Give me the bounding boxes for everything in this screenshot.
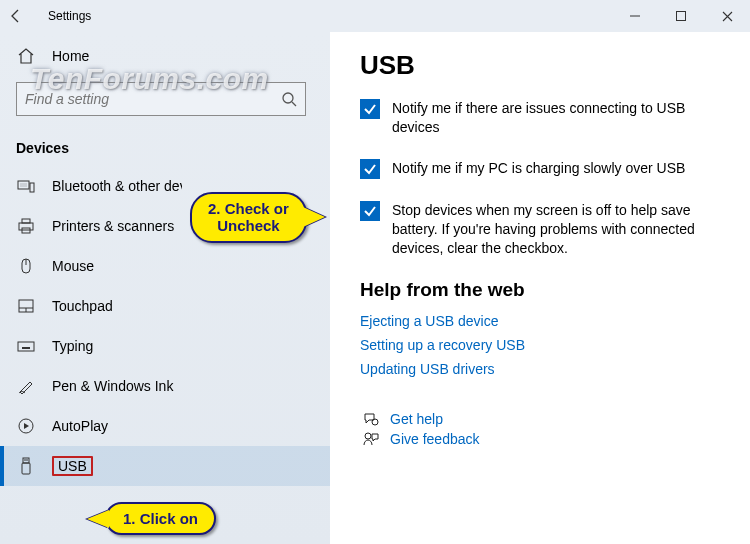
- svg-rect-22: [23, 458, 29, 463]
- checkbox-label: Stop devices when my screen is off to he…: [392, 201, 720, 258]
- sidebar-item-typing[interactable]: Typing: [0, 326, 330, 366]
- svg-rect-8: [22, 219, 30, 223]
- sidebar-item-pen[interactable]: Pen & Windows Ink: [0, 366, 330, 406]
- autoplay-icon: [16, 416, 36, 436]
- maximize-button[interactable]: [658, 0, 704, 32]
- help-link-drivers[interactable]: Updating USB drivers: [360, 361, 720, 377]
- svg-point-2: [283, 93, 293, 103]
- sidebar-item-autoplay[interactable]: AutoPlay: [0, 406, 330, 446]
- svg-point-27: [365, 433, 371, 439]
- feedback-icon: [360, 431, 382, 447]
- sidebar-item-touchpad[interactable]: Touchpad: [0, 286, 330, 326]
- search-icon: [281, 91, 297, 107]
- mouse-icon: [16, 256, 36, 276]
- home-icon: [16, 46, 36, 66]
- checkbox-stop-devices[interactable]: [360, 201, 380, 221]
- svg-point-26: [372, 419, 378, 425]
- minimize-button[interactable]: [612, 0, 658, 32]
- checkbox-label: Notify me if there are issues connecting…: [392, 99, 720, 137]
- setting-row-notify-issues: Notify me if there are issues connecting…: [360, 99, 720, 137]
- bluetooth-devices-icon: [16, 176, 36, 196]
- back-button[interactable]: [0, 0, 32, 32]
- get-help-label: Get help: [390, 411, 443, 427]
- svg-rect-7: [19, 223, 33, 230]
- get-help-link[interactable]: Get help: [360, 411, 720, 427]
- sidebar-item-label: Pen & Windows Ink: [52, 378, 173, 394]
- search-box[interactable]: [16, 82, 306, 116]
- search-input[interactable]: [25, 91, 281, 107]
- sidebar: Home Devices Bluetooth & other devices: [0, 32, 330, 544]
- sidebar-item-label: Printers & scanners: [52, 218, 174, 234]
- svg-rect-5: [20, 183, 27, 187]
- sidebar-item-label: AutoPlay: [52, 418, 108, 434]
- svg-rect-6: [30, 183, 34, 192]
- setting-row-stop-devices: Stop devices when my screen is off to he…: [360, 201, 720, 258]
- main-content: USB Notify me if there are issues connec…: [330, 32, 750, 544]
- printer-icon: [16, 216, 36, 236]
- window-controls: [612, 0, 750, 32]
- feedback-label: Give feedback: [390, 431, 480, 447]
- sidebar-section-header: Devices: [0, 126, 330, 166]
- page-title: USB: [360, 50, 720, 81]
- setting-row-charging: Notify me if my PC is charging slowly ov…: [360, 159, 720, 179]
- svg-rect-1: [677, 12, 686, 21]
- touchpad-icon: [16, 296, 36, 316]
- settings-window: Settings Home: [0, 0, 750, 544]
- help-header: Help from the web: [360, 279, 720, 301]
- pen-icon: [16, 376, 36, 396]
- sidebar-item-mouse[interactable]: Mouse: [0, 246, 330, 286]
- checkbox-notify-issues[interactable]: [360, 99, 380, 119]
- help-chat-icon: [360, 411, 382, 427]
- nav-home-label: Home: [52, 48, 89, 64]
- sidebar-item-label: Bluetooth & other devices: [52, 178, 182, 194]
- usb-icon: [16, 456, 36, 476]
- keyboard-icon: [16, 336, 36, 356]
- svg-rect-23: [22, 463, 30, 474]
- titlebar: Settings: [0, 0, 750, 32]
- window-title: Settings: [32, 9, 91, 23]
- sidebar-item-label: Mouse: [52, 258, 94, 274]
- svg-line-3: [292, 102, 296, 106]
- nav-home[interactable]: Home: [0, 36, 330, 76]
- sidebar-item-usb[interactable]: USB: [0, 446, 330, 486]
- annotation-step1: 1. Click on: [105, 502, 216, 535]
- annotation-step2: 2. Check or Uncheck: [190, 192, 307, 243]
- checkbox-label: Notify me if my PC is charging slowly ov…: [392, 159, 685, 178]
- close-button[interactable]: [704, 0, 750, 32]
- checkbox-charging[interactable]: [360, 159, 380, 179]
- sidebar-item-label: Typing: [52, 338, 93, 354]
- sidebar-item-label: USB: [52, 456, 93, 476]
- help-link-recovery[interactable]: Setting up a recovery USB: [360, 337, 720, 353]
- feedback-link[interactable]: Give feedback: [360, 431, 720, 447]
- svg-rect-15: [18, 342, 34, 351]
- sidebar-item-label: Touchpad: [52, 298, 113, 314]
- help-link-eject[interactable]: Ejecting a USB device: [360, 313, 720, 329]
